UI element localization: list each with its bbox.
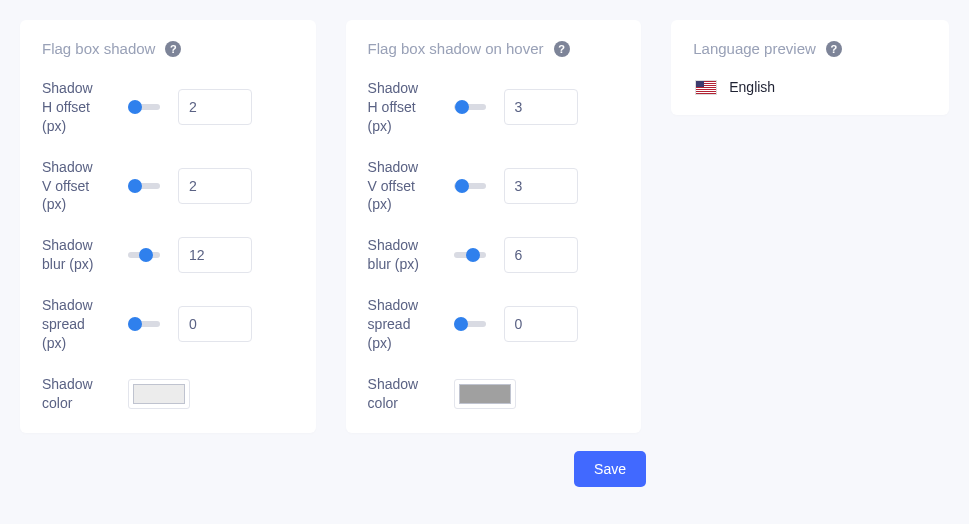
panel-title-text: Flag box shadow on hover (368, 40, 544, 57)
h-offset-input[interactable] (178, 89, 252, 125)
row-spread: Shadow spread (px) (42, 296, 294, 353)
panel-title: Flag box shadow on hover ? (368, 40, 620, 57)
row-v-offset: Shadow V offset (px) (42, 158, 294, 215)
slider-thumb[interactable] (139, 248, 153, 262)
row-color: Shadow color (368, 375, 620, 413)
h-offset-label: Shadow H offset (px) (368, 79, 426, 136)
shadow-color-swatch[interactable] (133, 384, 185, 404)
blur-input[interactable] (178, 237, 252, 273)
help-icon[interactable]: ? (554, 41, 570, 57)
spread-input[interactable] (504, 306, 578, 342)
row-h-offset: Shadow H offset (px) (368, 79, 620, 136)
slider-thumb[interactable] (454, 317, 468, 331)
v-offset-input[interactable] (178, 168, 252, 204)
slider-thumb[interactable] (455, 179, 469, 193)
shadow-color-swatch[interactable] (459, 384, 511, 404)
flag-box-shadow-hover-panel: Flag box shadow on hover ? Shadow H offs… (346, 20, 642, 433)
blur-slider[interactable] (454, 252, 486, 258)
v-offset-label: Shadow V offset (px) (368, 158, 426, 215)
spread-slider[interactable] (128, 321, 160, 327)
h-offset-slider[interactable] (128, 104, 160, 110)
panel-title-text: Flag box shadow (42, 40, 155, 57)
panel-title: Language preview ? (693, 40, 927, 57)
slider-thumb[interactable] (455, 100, 469, 114)
row-blur: Shadow blur (px) (368, 236, 620, 274)
color-label: Shadow color (42, 375, 100, 413)
row-v-offset: Shadow V offset (px) (368, 158, 620, 215)
color-label: Shadow color (368, 375, 426, 413)
flag-box-shadow-panel: Flag box shadow ? Shadow H offset (px) S… (20, 20, 316, 433)
row-blur: Shadow blur (px) (42, 236, 294, 274)
blur-input[interactable] (504, 237, 578, 273)
row-spread: Shadow spread (px) (368, 296, 620, 353)
blur-label: Shadow blur (px) (368, 236, 426, 274)
v-offset-label: Shadow V offset (px) (42, 158, 100, 215)
slider-thumb[interactable] (128, 179, 142, 193)
color-swatch-wrap (454, 379, 516, 409)
row-color: Shadow color (42, 375, 294, 413)
v-offset-slider[interactable] (454, 183, 486, 189)
h-offset-slider[interactable] (454, 104, 486, 110)
row-h-offset: Shadow H offset (px) (42, 79, 294, 136)
spread-label: Shadow spread (px) (42, 296, 100, 353)
h-offset-label: Shadow H offset (px) (42, 79, 100, 136)
help-icon[interactable]: ? (826, 41, 842, 57)
language-preview-item: English (695, 79, 927, 95)
spread-label: Shadow spread (px) (368, 296, 426, 353)
v-offset-slider[interactable] (128, 183, 160, 189)
color-swatch-wrap (128, 379, 190, 409)
save-button[interactable]: Save (574, 451, 646, 487)
panel-title-text: Language preview (693, 40, 816, 57)
language-name: English (729, 79, 775, 95)
blur-label: Shadow blur (px) (42, 236, 100, 274)
help-icon[interactable]: ? (165, 41, 181, 57)
panel-title: Flag box shadow ? (42, 40, 294, 57)
v-offset-input[interactable] (504, 168, 578, 204)
slider-thumb[interactable] (466, 248, 480, 262)
language-preview-panel: Language preview ? English (671, 20, 949, 115)
spread-input[interactable] (178, 306, 252, 342)
h-offset-input[interactable] (504, 89, 578, 125)
slider-thumb[interactable] (128, 317, 142, 331)
slider-thumb[interactable] (128, 100, 142, 114)
spread-slider[interactable] (454, 321, 486, 327)
blur-slider[interactable] (128, 252, 160, 258)
us-flag-icon (695, 80, 717, 95)
